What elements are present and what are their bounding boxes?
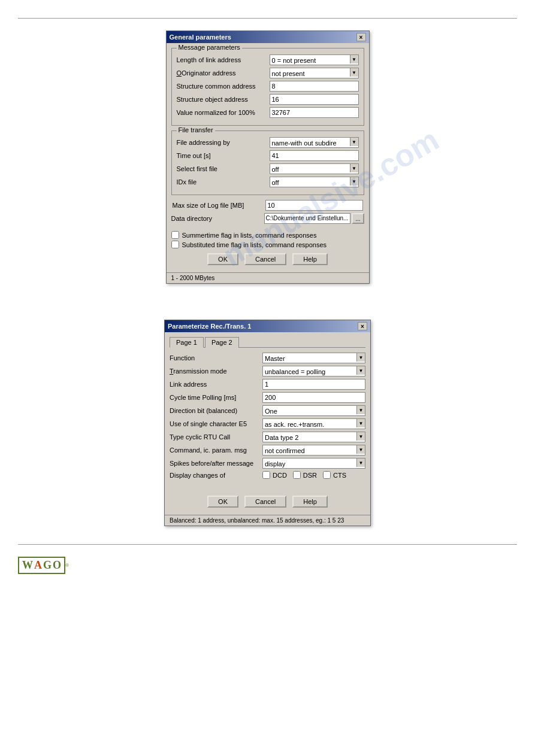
link-address2-row: Link address bbox=[170, 379, 365, 390]
link-address-arrow[interactable]: ▼ bbox=[350, 55, 358, 63]
idx-select[interactable]: off ▼ bbox=[270, 177, 359, 187]
value-normalized-label: Value normalized for 100% bbox=[177, 109, 270, 116]
spikes-row: Spikes before/after message display ▼ bbox=[170, 458, 365, 469]
summertime-checkbox[interactable] bbox=[171, 231, 179, 239]
dialog2-wrapper: Parameterize Rec./Trans. 1 × Page 1 Page… bbox=[0, 320, 535, 526]
cts-label: CTS bbox=[333, 472, 346, 479]
dialog1-help-button[interactable]: Help bbox=[292, 253, 328, 265]
value-normalized-input[interactable] bbox=[270, 107, 359, 118]
dialog1-title: General parameters bbox=[170, 34, 231, 41]
data-dir-input[interactable]: C:\Dokumente und Einstellun... bbox=[264, 213, 351, 224]
dsr-checkbox[interactable] bbox=[293, 471, 301, 479]
wago-letter-o: O bbox=[53, 559, 61, 572]
command-select[interactable]: not confirmed ▼ bbox=[262, 445, 365, 456]
timeout-label: Time out [s] bbox=[177, 152, 270, 159]
direction-bit-label: Direction bit (balanced) bbox=[170, 407, 262, 414]
display-changes-label: Display changes of bbox=[170, 472, 262, 479]
spikes-arrow[interactable]: ▼ bbox=[356, 459, 365, 467]
transmission-row: Transmission mode unbalanced = polling ▼ bbox=[170, 366, 365, 377]
max-size-label: Max size of Log file [MB] bbox=[173, 202, 265, 209]
single-char-arrow[interactable]: ▼ bbox=[356, 419, 365, 427]
transmission-select[interactable]: unbalanced = polling ▼ bbox=[262, 366, 365, 377]
select-first-row: Select first file off ▼ bbox=[177, 163, 359, 174]
file-addressing-arrow[interactable]: ▼ bbox=[350, 138, 358, 146]
dialog2-titlebar: Parameterize Rec./Trans. 1 × bbox=[165, 320, 370, 332]
dialog-general-parameters: General parameters × Message parameters … bbox=[166, 31, 370, 284]
command-value: not confirmed bbox=[263, 445, 356, 455]
function-label: Function bbox=[170, 354, 262, 362]
link-address2-label: Link address bbox=[170, 381, 262, 388]
structure-common-row: Structure common address bbox=[177, 81, 359, 92]
idx-row: IDx file off ▼ bbox=[177, 177, 359, 187]
dialog1-cancel-button[interactable]: Cancel bbox=[244, 253, 286, 265]
structure-object-input[interactable] bbox=[270, 94, 359, 105]
cycle-time-input[interactable] bbox=[262, 392, 365, 403]
select-first-value: off bbox=[270, 164, 350, 174]
timeout-input[interactable] bbox=[270, 150, 359, 161]
originator-arrow[interactable]: ▼ bbox=[350, 68, 358, 77]
wago-logo-box: W A G O bbox=[18, 557, 65, 574]
direction-bit-value: One bbox=[263, 406, 356, 415]
single-char-select[interactable]: as ack. rec.+transm. ▼ bbox=[262, 418, 365, 429]
file-addressing-select[interactable]: name-with out subdire ▼ bbox=[270, 137, 359, 148]
structure-object-label: Structure object address bbox=[177, 96, 270, 103]
file-addressing-label: File addressing by bbox=[177, 139, 270, 146]
max-size-input[interactable] bbox=[265, 200, 363, 211]
type-cyclic-arrow[interactable]: ▼ bbox=[356, 432, 365, 441]
dialog2-close-button[interactable]: × bbox=[358, 322, 367, 330]
type-cyclic-select[interactable]: Data type 2 ▼ bbox=[262, 432, 365, 442]
dialog1-wrapper: General parameters × Message parameters … bbox=[0, 31, 535, 284]
function-select[interactable]: Master ▼ bbox=[262, 353, 365, 363]
originator-value: not present bbox=[270, 68, 350, 78]
dialog1-close-button[interactable]: × bbox=[356, 33, 366, 41]
structure-common-input[interactable] bbox=[270, 81, 359, 92]
dialog1-ok-button[interactable]: OK bbox=[207, 253, 238, 265]
dialog2-title: Parameterize Rec./Trans. 1 bbox=[168, 323, 251, 330]
spikes-label: Spikes before/after message bbox=[170, 460, 262, 467]
substituted-row: Substituted time flag in lists, command … bbox=[171, 241, 364, 248]
footer: W A G O ® bbox=[0, 551, 535, 580]
link-address-label: Length of link address bbox=[177, 56, 270, 63]
originator-select[interactable]: not present ▼ bbox=[270, 68, 359, 78]
dialog2-ok-button[interactable]: OK bbox=[207, 496, 238, 508]
command-arrow[interactable]: ▼ bbox=[356, 445, 365, 454]
cts-checkbox[interactable] bbox=[323, 471, 331, 479]
dialog2-cancel-button[interactable]: Cancel bbox=[244, 496, 286, 508]
data-dir-browse-button[interactable]: ... bbox=[352, 213, 364, 224]
tab-page1[interactable]: Page 1 bbox=[170, 337, 204, 348]
select-first-label: Select first file bbox=[177, 165, 270, 172]
file-addressing-row: File addressing by name-with out subdire… bbox=[177, 137, 359, 148]
file-transfer-legend: File transfer bbox=[177, 126, 215, 133]
idx-arrow[interactable]: ▼ bbox=[350, 177, 358, 186]
function-arrow[interactable]: ▼ bbox=[356, 353, 365, 362]
structure-object-row: Structure object address bbox=[177, 94, 359, 105]
command-row: Command, ic. param. msg not confirmed ▼ bbox=[170, 445, 365, 456]
type-cyclic-value: Data type 2 bbox=[263, 432, 356, 442]
spikes-select[interactable]: display ▼ bbox=[262, 458, 365, 469]
data-dir-value: C:\Dokumente und Einstellun... bbox=[266, 215, 349, 221]
file-transfer-content: File addressing by name-with out subdire… bbox=[177, 137, 359, 187]
single-char-label: Use of single character E5 bbox=[170, 420, 262, 427]
link-address-select[interactable]: 0 = not present ▼ bbox=[270, 54, 359, 65]
dialog1-status-text: 1 - 2000 MBytes bbox=[171, 275, 215, 281]
summertime-label: Summertime flag in lists, command respon… bbox=[182, 232, 317, 239]
select-first-arrow[interactable]: ▼ bbox=[350, 164, 358, 172]
dialog1-button-row: OK Cancel Help bbox=[171, 253, 364, 265]
wago-registered-mark: ® bbox=[65, 563, 69, 568]
dialog2-status-text: Balanced: 1 address, unbalanced: max. 15… bbox=[170, 517, 344, 524]
direction-bit-select[interactable]: One ▼ bbox=[262, 405, 365, 416]
tab-page2[interactable]: Page 2 bbox=[205, 337, 239, 348]
message-params-group: Message parameters Length of link addres… bbox=[171, 48, 364, 126]
substituted-checkbox[interactable] bbox=[171, 241, 179, 248]
select-first-select[interactable]: off ▼ bbox=[270, 163, 359, 174]
file-addressing-value: name-with out subdire bbox=[270, 138, 350, 147]
dcd-checkbox[interactable] bbox=[262, 471, 270, 479]
data-dir-row: Data directory C:\Dokumente und Einstell… bbox=[171, 213, 364, 224]
wago-letter-g: G bbox=[43, 559, 52, 572]
transmission-arrow[interactable]: ▼ bbox=[356, 366, 365, 375]
transmission-value: unbalanced = polling bbox=[263, 366, 356, 376]
direction-bit-arrow[interactable]: ▼ bbox=[356, 406, 365, 414]
link-address2-input[interactable] bbox=[262, 379, 365, 390]
command-label: Command, ic. param. msg bbox=[170, 447, 262, 454]
dialog2-help-button[interactable]: Help bbox=[292, 496, 328, 508]
